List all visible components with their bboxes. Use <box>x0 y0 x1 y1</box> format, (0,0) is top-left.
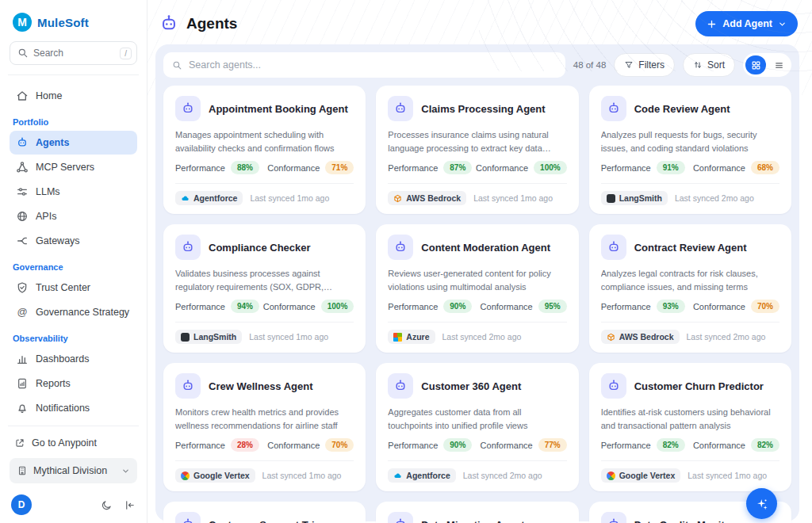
sidebar-item-mcp-servers[interactable]: MCP Servers <box>10 155 137 179</box>
sidebar-item-llms[interactable]: LLMs <box>10 180 137 204</box>
sidebar-item-label: Dashboards <box>36 353 89 365</box>
agent-bot-icon <box>601 235 626 260</box>
sidebar-item-agents[interactable]: Agents <box>10 131 137 155</box>
last-synced: Last synced 1mo ago <box>262 471 342 480</box>
divider <box>8 74 139 75</box>
conformance-label: Conformance <box>693 163 745 173</box>
agent-card[interactable]: Contract Review Agent Analyzes legal con… <box>589 224 791 353</box>
sort-arrows-icon <box>693 60 703 70</box>
agent-card[interactable]: Code Review Agent Analyzes pull requests… <box>589 86 791 214</box>
result-count: 48 of 48 <box>573 60 607 70</box>
plus-icon <box>707 19 717 29</box>
agent-card[interactable]: Content Moderation Agent Reviews user-ge… <box>376 224 578 353</box>
agent-card[interactable]: Data Migration Agent Orchestrates data m… <box>376 502 578 523</box>
bot-icon <box>16 136 29 149</box>
provider-badge: AWS Bedrock <box>388 191 466 205</box>
agent-bot-icon <box>601 96 626 121</box>
brand-logo[interactable]: M MuleSoft <box>10 11 137 41</box>
agent-card[interactable]: Customer Churn Predictor Identifies at-r… <box>589 363 791 491</box>
sidebar-item-apis[interactable]: APIs <box>10 204 137 228</box>
agent-card[interactable]: Crew Wellness Agent Monitors crew health… <box>163 363 366 491</box>
list-icon <box>774 60 784 71</box>
agent-description: Identifies at-risk customers using behav… <box>601 406 779 432</box>
agent-name: Customer 360 Agent <box>421 380 521 392</box>
sidebar-item-label: Trust Center <box>36 282 90 293</box>
agent-description: Aggregates customer data from all touchp… <box>388 406 566 432</box>
agent-card[interactable]: Claims Processing Agent Processes insura… <box>376 86 578 214</box>
chevron-down-icon <box>778 20 787 29</box>
agent-bot-icon <box>175 373 201 399</box>
agent-card[interactable]: Appointment Booking Agent Manages appoin… <box>163 86 366 214</box>
last-synced: Last synced 1mo ago <box>250 193 329 203</box>
agent-name: Content Moderation Agent <box>421 242 550 254</box>
sidebar-item-label: Agents <box>36 137 69 148</box>
agents-bot-icon <box>159 13 179 34</box>
sparkles-icon <box>755 497 769 511</box>
agent-bot-icon <box>601 512 626 523</box>
grid-icon <box>751 60 761 71</box>
conformance-badge: 77% <box>538 438 567 452</box>
performance-label: Performance <box>175 163 225 173</box>
agent-card[interactable]: Customer Support Triage Classifies and r… <box>163 502 366 523</box>
dark-mode-toggle-icon[interactable] <box>101 499 113 511</box>
list-view-button[interactable] <box>768 55 789 74</box>
agent-bot-icon <box>601 373 626 399</box>
sidebar: M MuleSoft Search / Home PortfolioAgents… <box>0 0 147 523</box>
sidebar-search-input[interactable]: Search / <box>10 41 137 65</box>
performance-badge: 82% <box>657 438 685 452</box>
conformance-badge: 82% <box>751 438 779 452</box>
agents-toolbar: 48 of 48 Filters Sort <box>163 52 791 78</box>
agents-search-input[interactable] <box>189 59 557 71</box>
conformance-label: Conformance <box>267 441 320 450</box>
org-selector[interactable]: Mythical Division <box>10 458 137 483</box>
user-avatar[interactable]: D <box>11 494 32 515</box>
agent-name: Contract Review Agent <box>634 242 747 254</box>
conformance-badge: 71% <box>325 161 354 174</box>
sidebar-item-gateways[interactable]: Gateways <box>10 229 137 253</box>
agent-card[interactable]: Customer 360 Agent Aggregates customer d… <box>376 363 578 491</box>
add-agent-label: Add Agent <box>722 18 772 29</box>
performance-label: Performance <box>601 163 651 173</box>
sidebar-item-notifications[interactable]: Notifications <box>10 396 137 419</box>
agent-name: Customer Churn Predictor <box>634 380 764 392</box>
sidebar-item-dashboards[interactable]: Dashboards <box>10 347 137 371</box>
agent-bot-icon <box>175 512 201 523</box>
grid-view-button[interactable] <box>745 55 766 74</box>
agent-bot-icon <box>175 96 201 121</box>
sidebar-section-label: Portfolio <box>13 117 134 127</box>
sidebar-item-trust-center[interactable]: Trust Center <box>10 276 137 300</box>
at-icon: @ <box>16 306 29 319</box>
last-synced: Last synced 2mo ago <box>675 193 754 203</box>
filters-label: Filters <box>638 59 665 71</box>
sidebar-section-label: Observability <box>13 334 134 343</box>
conformance-label: Conformance <box>693 302 745 311</box>
shield-icon <box>16 281 29 294</box>
provider-badge: Agentforce <box>388 468 455 483</box>
collapse-sidebar-icon[interactable] <box>124 499 136 511</box>
ai-assistant-fab[interactable] <box>746 488 777 519</box>
gateway-icon <box>16 235 29 247</box>
sidebar-item-label: Gateways <box>36 235 80 246</box>
conformance-badge: 100% <box>321 300 354 313</box>
conformance-label: Conformance <box>476 163 528 173</box>
conformance-badge: 70% <box>751 300 779 313</box>
sidebar-item-reports[interactable]: Reports <box>10 372 137 395</box>
agent-bot-icon <box>388 373 413 399</box>
sidebar-item-label: LLMs <box>36 186 60 197</box>
performance-label: Performance <box>175 441 225 450</box>
sidebar-item-label: Notifications <box>36 403 90 414</box>
conformance-label: Conformance <box>481 302 533 311</box>
agent-card[interactable]: Compliance Checker Validates business pr… <box>163 224 366 353</box>
sidebar-item-governance-strategy[interactable]: @Governance Strategy <box>10 300 137 324</box>
provider-badge: Agentforce <box>175 191 243 205</box>
sidebar-nav: Home PortfolioAgentsMCP ServersLLMsAPIsG… <box>10 83 137 419</box>
agents-search-field[interactable] <box>163 52 565 78</box>
add-agent-button[interactable]: Add Agent <box>695 11 798 36</box>
provider-badge: AWS Bedrock <box>601 330 680 344</box>
sidebar-item-home[interactable]: Home <box>10 84 137 108</box>
filters-button[interactable]: Filters <box>614 53 675 77</box>
agent-bot-icon <box>388 96 413 121</box>
conformance-label: Conformance <box>267 163 320 173</box>
go-to-anypoint-link[interactable]: Go to Anypoint <box>10 434 137 452</box>
sort-button[interactable]: Sort <box>683 53 735 77</box>
